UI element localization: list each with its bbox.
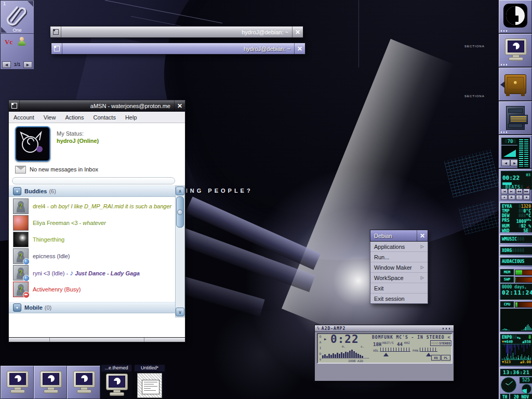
collapse-icon[interactable]: ▼ [13,187,21,195]
menu-item-applications[interactable]: Applications▷ [370,242,428,252]
volume-thumb[interactable] [383,353,389,356]
miniaturize-button[interactable] [50,26,61,37]
dock-tile-clock[interactable]: 13:36:21 525 TH 20 NOV [499,367,532,399]
beats-eject-button[interactable]: ▲ [501,195,508,201]
buddy-row[interactable]: ? epicness (Idle) [9,248,174,264]
beats-stop-button[interactable]: ■ [523,195,530,201]
amsn-titlebar[interactable]: aMSN - waterjones@proton.me ✕ [8,100,185,112]
volume-wedge[interactable] [501,145,519,159]
play-state-icon: ▶ [324,337,326,341]
close-button[interactable]: ✕ [292,26,303,37]
group-header-mobile[interactable]: ▼ Mobile (0) [9,302,175,313]
beats-play-button[interactable]: ▶ [508,195,515,201]
clutterbar[interactable]: OAIDV [318,335,322,361]
pan-slider[interactable] [420,348,437,352]
eq-button[interactable]: EQ [431,355,441,361]
menu-item-run[interactable]: Run... [370,252,428,262]
miniaturize-button[interactable] [51,43,62,54]
dock-tile-weather[interactable]: EYKA81320 TMP880°C DEW888°C PRS1009hPa H… [499,202,532,235]
buddy-row[interactable]: ? drel4 - oh boy! I like D_MP_RAI.mid it… [9,198,174,215]
beats-prev-button[interactable]: |◀ [501,189,508,194]
filter-bar[interactable] [12,177,175,184]
window-title[interactable]: aMSN - waterjones@proton.me [20,100,174,111]
scroll-up-button[interactable]: ∧ [176,187,184,195]
menu-title[interactable]: Debian [370,230,417,241]
mem-label: MEM [500,269,514,275]
close-button[interactable]: ✕ [294,43,305,54]
terminal-window-focused[interactable]: hydroJ@debian: ~ ✕ [51,43,305,55]
track-marquee[interactable]: BOMFUNK MC'S - IN STEREO <+6 B [372,335,450,340]
buddy-row[interactable]: Eliya Freeman <3 - whatever [9,215,174,231]
menu-item-workspace[interactable]: WorkSpace▷ [370,273,428,283]
buddy-row[interactable]: Thingerthing [9,231,174,248]
dock-tile-beats[interactable]: 00:22 03 8BEATS8 ⏎ |◀ ▶| ◀◀ ▶▶ ▲ ▶ || ■ [499,169,532,202]
wallpaper-caption: TING PEOPLE? [180,188,253,194]
resize-bar[interactable] [8,337,185,342]
miniwindow-untitled[interactable]: Untitled* [134,366,166,398]
window-title[interactable]: hydroJ@debian: ~ [61,26,292,37]
dock-tile-wmaker[interactable] [499,0,532,33]
menu-titlebar[interactable]: Debian ✕ [370,230,428,242]
clip-arrow-icon[interactable] [28,1,33,7]
close-button[interactable]: ✕ [174,100,185,111]
wm-clip[interactable]: 1 One Vc ◀ 1/1 ▶ [0,0,34,70]
miniwindow-terminal[interactable] [1,366,34,399]
player-title[interactable]: A2D-AMP2 [322,326,346,331]
menu-item-window-maker[interactable]: Window Maker▷ [370,262,428,273]
miniwindow-themed[interactable]: ...e.themed [100,366,132,398]
pan-thumb[interactable] [426,353,431,356]
miniwindow-terminal[interactable] [34,366,67,399]
menu-view[interactable]: View [39,114,61,121]
scrollbar[interactable]: ∧ ∨ [175,185,185,317]
scrollbar-thumb[interactable] [176,196,184,228]
scroll-down-button[interactable]: ∨ [176,308,184,316]
wallpaper-wing [185,197,321,270]
terminal-window-unfocused[interactable]: hydroJ@debian: ~ ✕ [50,26,303,38]
menu-actions[interactable]: Actions [60,114,88,121]
window-title[interactable]: hydroJ@debian: ~ [62,43,294,54]
dock-tile-sysmon[interactable]: MEM SWP 0000 days, 02:11:24 [499,268,532,300]
buddy-row[interactable]: ? Activehenry (Busy) [9,281,174,298]
dock-tile-mixer[interactable]: 8708 ◀ ▶ [499,135,532,168]
dock-tile-drawer[interactable] [499,68,532,101]
spectrum-analyzer[interactable] [322,349,369,358]
monitor-icon [6,371,29,394]
menu-contacts[interactable]: Contacts [88,114,120,121]
menu-account[interactable]: Account [9,114,39,121]
envelope-icon[interactable] [15,166,26,174]
beats-rew-button[interactable]: ◀◀ [516,189,523,194]
status-value[interactable]: hydroJ (Online) [57,138,99,144]
menu-item-exit[interactable]: Exit [370,283,428,294]
menu-close-button[interactable]: ✕ [417,230,428,241]
menu-help[interactable]: Help [121,114,142,121]
beats-next-button[interactable]: ▶| [508,189,515,194]
beats-ff-button[interactable]: ▶▶ [523,189,530,194]
mixer-left-button[interactable]: ◀ [501,159,510,166]
menu-item-exit-session[interactable]: Exit session [370,294,428,303]
collapse-icon[interactable]: ▼ [13,303,21,312]
dock-tile-net[interactable]: ENP088▼▲8 ▼▼649▲938 ▼323▲0.00 [499,332,532,368]
player-titlebar[interactable]: ϟ A2D-AMP2 [315,325,454,332]
beats-pause-button[interactable]: || [516,195,523,201]
volume-label: VOL. [373,349,380,352]
pager-next-button[interactable]: ▶ [23,61,32,68]
miniaturize-button[interactable] [9,100,20,111]
group-header-buddies[interactable]: ▼ Buddies (6) [9,185,175,197]
dock-tile-cabinet[interactable] [499,101,532,135]
miniwindow-terminal[interactable] [67,366,100,399]
inbox-text[interactable]: No new messages in Inbox [30,166,98,172]
pager-prev-button[interactable]: ◀ [2,61,11,68]
buddy-row[interactable]: ? ryni <3 (Idle) - ♪ Just Dance - Lady G… [9,264,174,281]
drawer-arrow-icon[interactable] [500,82,504,88]
buddy-avatar-question-idle: ? [13,248,29,264]
titlebar-dots-buttons[interactable] [443,328,451,329]
vc-app-icon[interactable]: Vc [5,38,12,46]
volume-slider[interactable] [380,348,410,352]
amsn-window: aMSN - waterjones@proton.me ✕ Account Vi… [8,100,185,342]
dock-tile-terminal[interactable] [499,34,532,67]
dock-tile-cpu[interactable]: CPU [499,300,532,334]
my-avatar[interactable] [15,126,50,162]
pl-button[interactable]: PL [441,355,450,361]
mem-bar [515,270,532,275]
wallpaper-wireframe [459,200,501,234]
